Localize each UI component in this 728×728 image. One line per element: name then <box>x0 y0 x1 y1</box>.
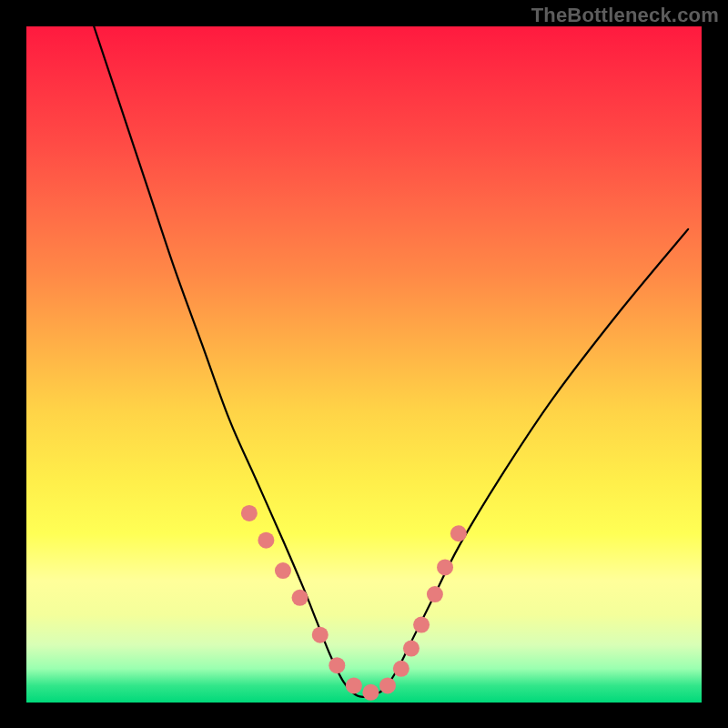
plot-area <box>26 26 702 703</box>
sample-point <box>413 617 430 633</box>
marker-group <box>241 505 467 701</box>
sample-point <box>329 657 345 673</box>
watermark-text: TheBottleneck.com <box>531 4 719 27</box>
sample-point <box>403 641 420 657</box>
sample-point <box>292 590 308 606</box>
chart-container: TheBottleneck.com <box>0 0 728 728</box>
sample-point <box>258 532 274 549</box>
sample-point <box>437 559 453 575</box>
sample-point <box>346 677 362 693</box>
sample-point <box>379 677 396 693</box>
sample-point <box>427 586 443 602</box>
sample-point <box>275 562 291 579</box>
sample-point <box>312 627 329 643</box>
bottleneck-curve <box>94 26 688 697</box>
sample-point <box>450 525 467 541</box>
curve-group <box>94 26 688 697</box>
chart-svg <box>26 26 702 703</box>
sample-point <box>241 505 258 521</box>
sample-point <box>393 661 410 677</box>
sample-point <box>362 684 379 701</box>
